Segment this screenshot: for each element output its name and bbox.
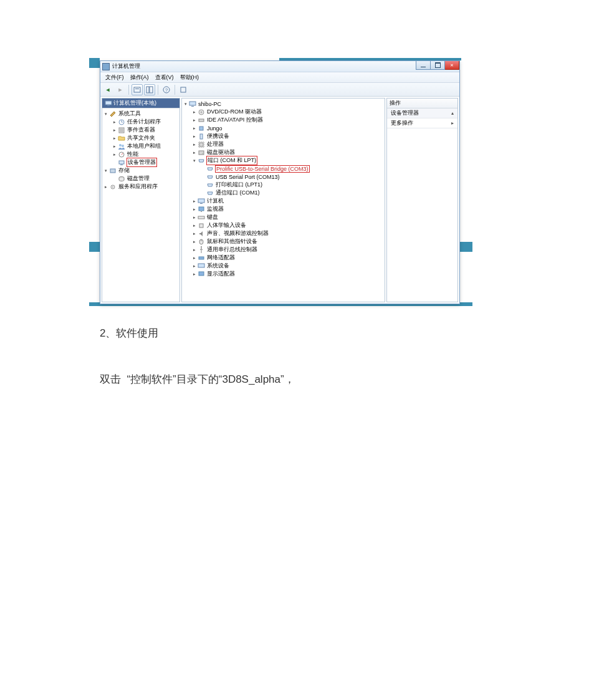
tree-item-shared-folders[interactable]: 共享文件夹 — [112, 134, 179, 142]
device-tree: shibo-PC DVD/CD-ROM 驱动器 IDE ATA/ATAPI 控制… — [183, 100, 384, 278]
svg-point-19 — [112, 186, 113, 188]
device-lpt1[interactable]: 打印机端口 (LPT1) — [200, 181, 384, 189]
tree-item-storage[interactable]: 存储 — [103, 166, 179, 175]
menubar: 文件(F) 操作(A) 查看(V) 帮助(H) — [100, 72, 459, 83]
tree-item-system-tools[interactable]: 系统工具 — [103, 110, 179, 118]
device-network[interactable]: 网络适配器 — [191, 254, 384, 262]
device-com13[interactable]: USB Serial Port (COM13) — [200, 173, 384, 181]
tree-item-event-viewer[interactable]: 事件查看器 — [112, 126, 179, 134]
device-mouse[interactable]: 鼠标和其他指针设备 — [191, 237, 384, 246]
computer-icon — [105, 100, 112, 107]
actions-row-devmgr[interactable]: 设备管理器 ▴ — [387, 108, 457, 118]
device-sound[interactable]: 声音、视频和游戏控制器 — [191, 229, 384, 237]
device-keyboard[interactable]: 键盘 — [191, 213, 384, 221]
svg-rect-1 — [135, 89, 139, 89]
device-system[interactable]: 系统设备 — [191, 262, 384, 270]
window-titlebar[interactable]: 计算机管理 — [100, 61, 459, 72]
device-icon — [118, 159, 125, 166]
menu-action[interactable]: 操作(A) — [128, 72, 151, 83]
gear-icon — [109, 183, 117, 191]
svg-rect-2 — [146, 87, 149, 93]
close-button[interactable] — [444, 61, 459, 70]
left-tree: 系统工具 任务计划程序 事件查看器 共享文件夹 本地用户和组 性能 设备管理器 — [103, 110, 179, 191]
tree-item-services[interactable]: 服务和应用程序 — [103, 183, 179, 191]
actions-panel: 操作 设备管理器 ▴ 更多操作 ▸ — [386, 98, 458, 302]
svg-rect-7 — [105, 101, 112, 105]
toolbar: ? — [100, 83, 459, 97]
nav-back-button[interactable] — [102, 84, 113, 95]
actions-panel-header: 操作 — [387, 98, 457, 108]
menu-help[interactable]: 帮助(H) — [178, 72, 202, 83]
svg-point-23 — [201, 112, 202, 113]
svg-rect-28 — [199, 151, 204, 155]
toolbar-btn-refresh[interactable] — [178, 84, 189, 95]
port-icon — [206, 173, 214, 181]
port-icon — [206, 189, 214, 197]
svg-point-12 — [122, 145, 124, 147]
sound-icon — [198, 230, 205, 237]
svg-rect-8 — [107, 105, 110, 106]
svg-rect-31 — [200, 203, 203, 204]
device-dvd[interactable]: DVD/CD-ROM 驱动器 — [191, 108, 384, 116]
app-icon — [102, 63, 110, 70]
usb-icon — [198, 246, 205, 254]
tree-item-local-users[interactable]: 本地用户和组 — [112, 142, 179, 150]
device-usb[interactable]: 通用串行总线控制器 — [191, 246, 384, 254]
mouse-icon — [198, 238, 205, 246]
toolbar-btn-help[interactable]: ? — [161, 84, 172, 95]
svg-rect-3 — [150, 87, 153, 93]
tree-item-device-manager[interactable]: 设备管理器 — [112, 158, 179, 166]
computer-icon — [189, 100, 196, 108]
device-com1[interactable]: 通信端口 (COM1) — [200, 189, 384, 197]
doc-paragraph: 双击 “控制软件”目录下的“3D8S_alpha”， — [100, 372, 295, 386]
chevron-right-icon: ▸ — [451, 120, 454, 126]
device-display[interactable]: 显示适配器 — [191, 270, 384, 278]
device-computer[interactable]: 计算机 — [191, 197, 384, 205]
actions-row-more[interactable]: 更多操作 ▸ — [387, 118, 457, 128]
device-ide[interactable]: IDE ATA/ATAPI 控制器 — [191, 116, 384, 124]
keyboard-icon — [198, 214, 205, 221]
svg-rect-33 — [201, 211, 202, 212]
device-com3[interactable]: Prolific USB-to-Serial Bridge (COM3) — [200, 165, 384, 173]
cpu-icon — [198, 141, 205, 148]
device-manager-window: 计算机管理 文件(F) 操作(A) 查看(V) 帮助(H) ? — [100, 60, 460, 304]
device-cpu[interactable]: 处理器 — [191, 140, 384, 148]
device-jungo[interactable]: Jungo — [191, 124, 384, 132]
ide-icon — [198, 117, 205, 124]
window-title: 计算机管理 — [112, 62, 140, 70]
svg-rect-40 — [199, 272, 204, 276]
tree-item-task-scheduler[interactable]: 任务计划程序 — [112, 118, 179, 126]
toolbar-btn-1[interactable] — [132, 84, 143, 95]
toolbar-btn-2[interactable] — [144, 84, 155, 95]
monitor-icon — [198, 206, 205, 213]
device-ports[interactable]: 端口 (COM 和 LPT) — [191, 156, 384, 165]
nav-forward-button[interactable] — [115, 84, 126, 95]
svg-rect-14 — [119, 161, 124, 164]
svg-rect-0 — [134, 87, 140, 92]
device-monitor[interactable]: 监视器 — [191, 205, 384, 213]
svg-rect-30 — [198, 199, 204, 203]
minimize-button[interactable] — [416, 61, 431, 70]
port-icon — [198, 157, 205, 165]
device-tree-panel: shibo-PC DVD/CD-ROM 驱动器 IDE ATA/ATAPI 控制… — [181, 98, 385, 302]
svg-rect-38 — [199, 257, 204, 259]
device-hid[interactable]: 人体学输入设备 — [191, 221, 384, 229]
actions-row-devmgr-label: 设备管理器 — [391, 109, 419, 117]
svg-rect-32 — [199, 207, 204, 211]
left-nav-panel: 计算机管理(本地) 系统工具 任务计划程序 事件查看器 共享文件夹 — [102, 98, 180, 302]
tree-item-disk-management[interactable]: 磁盘管理 — [112, 175, 179, 183]
menu-view[interactable]: 查看(V) — [153, 72, 176, 83]
svg-rect-25 — [199, 127, 203, 130]
disk-icon — [118, 175, 125, 183]
svg-text:?: ? — [165, 87, 168, 93]
svg-point-37 — [201, 246, 202, 247]
display-icon — [198, 271, 205, 278]
menu-file[interactable]: 文件(F) — [103, 72, 127, 83]
svg-rect-15 — [120, 165, 123, 165]
device-root[interactable]: shibo-PC — [183, 100, 384, 108]
svg-rect-27 — [199, 143, 203, 146]
svg-rect-24 — [199, 119, 204, 122]
device-portable[interactable]: 便携设备 — [191, 132, 384, 140]
maximize-button[interactable] — [430, 61, 445, 70]
folder-icon — [118, 135, 125, 142]
